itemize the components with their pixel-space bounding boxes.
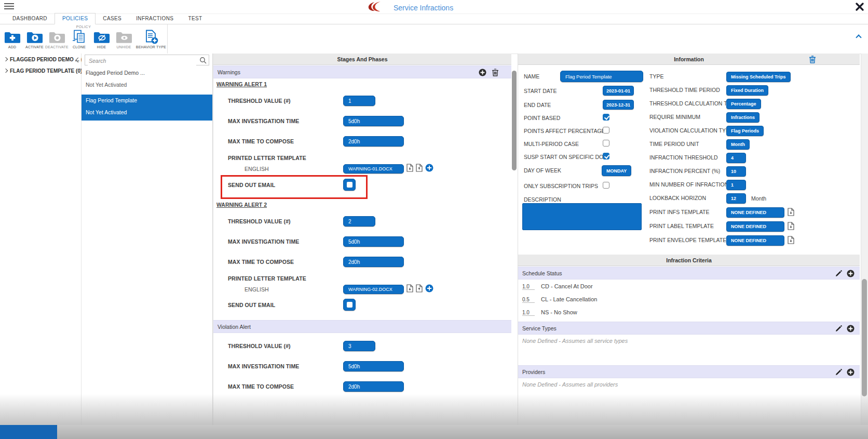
require-minimum-select[interactable]: Infractions [726, 112, 760, 123]
infraction-threshold-row: INFRACTION THRESHOLD 4 [649, 153, 855, 163]
threshold-calc-type-select[interactable]: Percentage [726, 99, 761, 109]
add-service-type-icon[interactable] [847, 325, 855, 334]
close-icon[interactable] [855, 2, 865, 12]
weight-input[interactable]: 1.0 [522, 284, 535, 290]
tab-cases[interactable]: CASES [96, 14, 129, 24]
brand: Service Infractions [368, 1, 453, 15]
document-download-icon[interactable] [788, 236, 794, 246]
policy-list-item[interactable]: Flag Period Template Not Yet Activated [82, 95, 212, 121]
document-download-icon[interactable] [406, 284, 413, 295]
horizontal-scrollbar[interactable] [0, 425, 868, 439]
susp-start-checkbox[interactable] [603, 153, 609, 159]
send-out-email-checkbox[interactable] [343, 299, 356, 311]
activate-button[interactable]: ACTIVATE [23, 29, 46, 49]
multi-period-case-label: MULTI-PERIOD CASE [524, 141, 579, 147]
tab-test[interactable]: TEST [181, 14, 209, 24]
activate-button-label: ACTIVATE [25, 45, 44, 49]
delete-warning-icon[interactable] [492, 68, 499, 77]
violation-calc-type-select[interactable]: Flag Periods [726, 126, 764, 136]
edit-schedule-status-icon[interactable] [835, 270, 842, 278]
end-date-row: END DATE [524, 99, 551, 111]
clone-button[interactable]: CLONE [68, 29, 90, 49]
document-download-icon[interactable] [788, 208, 794, 218]
chevron-right-icon[interactable] [4, 57, 8, 61]
print-envelope-template-select[interactable]: NONE DEFINED [726, 235, 784, 246]
print-label-template-select[interactable]: NONE DEFINED [726, 221, 784, 232]
max-investigation-input[interactable]: 5d0h [343, 116, 404, 126]
deactivate-button[interactable]: DEACTIVATE [46, 29, 68, 49]
only-subscription-checkbox[interactable] [603, 182, 609, 189]
hide-button[interactable]: HIDE [90, 29, 113, 49]
tab-dashboard[interactable]: DASHBOARD [5, 14, 55, 24]
print-infs-template-select[interactable]: NONE DEFINED [726, 207, 784, 218]
tab-infractions[interactable]: INFRACTIONS [129, 14, 181, 24]
collapse-ribbon-icon[interactable] [857, 32, 863, 37]
folder-hide-icon [93, 29, 110, 44]
document-download-icon[interactable] [406, 164, 413, 174]
threshold-time-period-row: THRESHOLD TIME PERIOD Fixed Duration [649, 85, 855, 96]
horizontal-scrollbar-thumb[interactable] [0, 425, 57, 439]
hide-button-label: HIDE [97, 45, 106, 49]
infraction-percent-input[interactable]: 10 [726, 166, 746, 177]
document-upload-icon[interactable] [416, 284, 423, 295]
stages-scrollbar-thumb[interactable] [512, 71, 517, 170]
start-date-input[interactable]: 2023-01-01 [603, 86, 634, 96]
delete-policy-icon[interactable] [809, 55, 816, 64]
lookback-unit-label: Month [751, 195, 766, 202]
unhide-button[interactable]: UNHIDE [113, 29, 135, 49]
search-icon[interactable] [199, 57, 207, 66]
edit-service-types-icon[interactable] [835, 325, 842, 333]
points-affect-percentage-checkbox[interactable] [603, 127, 609, 134]
max-investigation-input[interactable]: 5d0h [343, 361, 404, 371]
search-input[interactable] [88, 56, 196, 65]
only-subscription-label: ONLY SUBSCRIPTION TRIPS [524, 183, 598, 189]
document-upload-icon[interactable] [416, 164, 423, 174]
infraction-threshold-input[interactable]: 4 [726, 153, 746, 163]
threshold-value-row: THRESHOLD VALUE (#) 3 [213, 340, 511, 352]
add-provider-icon[interactable] [847, 368, 855, 377]
max-compose-input[interactable]: 2d0h [343, 381, 404, 392]
max-compose-input[interactable]: 2d0h [343, 257, 404, 267]
point-based-checkbox[interactable] [603, 114, 609, 121]
document-plus-icon [144, 29, 158, 44]
print-infs-template-row: PRINT INFS TEMPLATE NONE DEFINED [649, 207, 855, 218]
threshold-value-input[interactable]: 1 [343, 96, 375, 106]
add-warning-icon[interactable] [479, 69, 486, 77]
send-out-email-checkbox[interactable] [343, 179, 356, 191]
edit-providers-icon[interactable] [835, 369, 842, 377]
min-infractions-row: MIN NUMBER OF INFRACTIONS 1 [649, 180, 855, 190]
tab-policies[interactable]: POLICIES [55, 13, 96, 24]
multi-period-case-checkbox[interactable] [603, 140, 609, 147]
add-template-icon[interactable] [425, 284, 433, 295]
window-scrollbar-thumb[interactable] [862, 279, 867, 396]
weight-input[interactable]: 0.5 [522, 297, 535, 303]
tree-item-flag-period-template[interactable]: FLAG PERIOD TEMPLATE (0) [0, 65, 81, 76]
hamburger-menu-icon[interactable] [4, 3, 14, 10]
weight-input[interactable]: 1.0 [522, 310, 535, 316]
tree-item-flagged-period-demo[interactable]: FLAGGED PERIOD DEMO ... (0) [0, 54, 81, 65]
max-compose-input[interactable]: 2d0h [343, 136, 404, 147]
add-schedule-status-icon[interactable] [847, 270, 855, 278]
max-compose-row: MAX TIME TO COMPOSE 2d0h [213, 136, 511, 147]
min-infractions-input[interactable]: 1 [726, 180, 746, 190]
add-template-icon[interactable] [425, 164, 433, 174]
chevron-right-icon[interactable] [4, 69, 8, 73]
threshold-value-input[interactable]: 3 [343, 341, 375, 351]
end-date-input[interactable]: 2023-12-31 [603, 100, 634, 110]
letter-template-input[interactable]: WARNING-01.DOCX [343, 164, 404, 174]
lookback-horizon-input[interactable]: 12 [726, 193, 746, 204]
document-download-icon[interactable] [788, 222, 794, 232]
name-input[interactable]: Flag Period Template [560, 71, 643, 82]
letter-template-input[interactable]: WARNING-02.DOCX [343, 285, 404, 294]
add-button[interactable]: ADD [1, 29, 23, 49]
time-period-unit-select[interactable]: Month [726, 139, 750, 150]
type-select[interactable]: Missing Scheduled Trips [726, 72, 791, 82]
policy-list-item[interactable]: Flagged Period Demo ... Not Yet Activate… [82, 67, 212, 93]
folder-plus-icon [4, 29, 21, 44]
threshold-value-input[interactable]: 2 [343, 216, 375, 227]
threshold-time-period-select[interactable]: Fixed Duration [726, 85, 768, 96]
description-textarea[interactable] [522, 203, 642, 230]
behavior-type-button[interactable]: BEHAVIOR TYPE [135, 29, 167, 49]
max-investigation-input[interactable]: 5d0h [343, 236, 404, 247]
day-of-week-select[interactable]: MONDAY [602, 165, 631, 176]
